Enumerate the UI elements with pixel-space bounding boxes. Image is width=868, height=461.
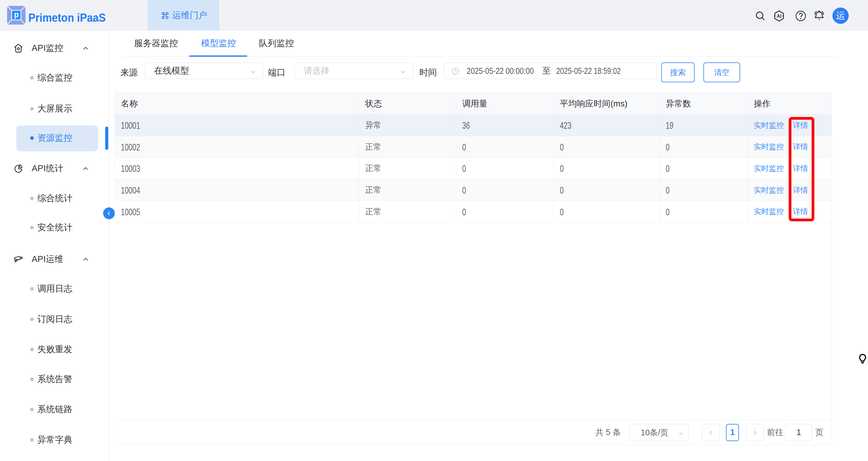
svg-text:AI: AI <box>777 13 781 19</box>
svg-text:p: p <box>14 10 19 19</box>
